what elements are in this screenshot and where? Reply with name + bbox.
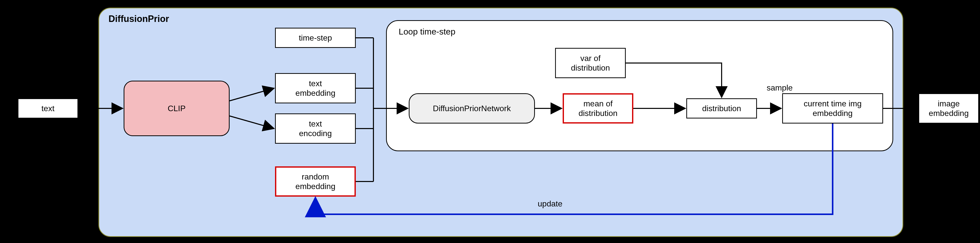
diffusion-prior-network-label: DiffusionPriorNetwork [433,103,511,113]
mean-distribution-label: mean of distribution [579,99,618,118]
clip-label: CLIP [167,103,185,113]
input-text-label: text [41,103,54,113]
diffusion-prior-title: DiffusionPrior [108,14,169,24]
distribution-box: distribution [686,98,757,119]
diffusion-prior-network-block: DiffusionPriorNetwork [409,93,535,124]
sample-label: sample [759,83,800,92]
output-image-embedding-label: image embedding [929,99,969,118]
current-embedding-label: current time img embedding [803,99,861,118]
var-distribution-label: var of distribution [571,54,610,73]
mean-distribution-box: mean of distribution [563,93,633,124]
output-image-embedding: image embedding [918,93,979,124]
input-text: text [18,98,78,119]
text-encoding-box: text encoding [275,113,356,144]
var-distribution-box: var of distribution [555,48,626,78]
timestep-label: time-step [299,33,332,43]
current-embedding-box: current time img embedding [782,93,883,124]
random-embedding-label: random embedding [296,172,335,191]
update-label-text: update [538,199,562,208]
sample-label-text: sample [767,83,792,92]
distribution-label: distribution [702,103,741,113]
update-label: update [530,199,570,208]
text-embedding-label: text embedding [296,79,335,98]
random-embedding-box: random embedding [275,166,356,197]
timestep-box: time-step [275,28,356,48]
loop-timestep-title: Loop time-step [399,27,455,37]
text-embedding-box: text embedding [275,73,356,103]
loop-timestep-panel [386,20,893,151]
clip-block: CLIP [124,81,230,136]
text-encoding-label: text encoding [299,119,332,138]
